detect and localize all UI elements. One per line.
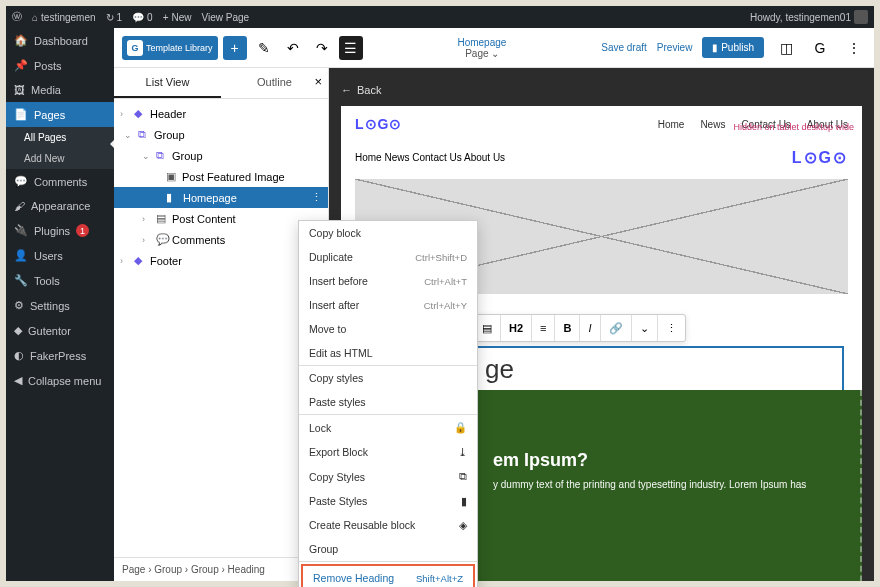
active-menu-pointer (110, 137, 114, 151)
node-comments[interactable]: ›💬Comments (114, 229, 328, 250)
list-view-panel: List View Outline × ›◆Header ⌄⧉Group ⌄⧉G… (114, 68, 329, 581)
ctx-paste-styles[interactable]: Paste styles (299, 390, 477, 414)
comments-count[interactable]: 💬 0 (132, 12, 153, 23)
node-header[interactable]: ›◆Header (114, 103, 328, 124)
menu-comments[interactable]: 💬 Comments (6, 169, 114, 194)
settings-panel-button[interactable]: ◫ (774, 36, 798, 60)
menu-gutentor[interactable]: ◆ Gutentor (6, 318, 114, 343)
site-logo: L⊙G⊙ (355, 116, 402, 132)
menu-pages[interactable]: 📄 Pages (6, 102, 114, 127)
view-page[interactable]: View Page (202, 12, 250, 23)
block-type-icon[interactable]: ▤ (474, 315, 501, 341)
admin-sidebar: 🏠 Dashboard 📌 Posts 🖼 Media 📄 Pages All … (6, 28, 114, 581)
menu-media[interactable]: 🖼 Media (6, 78, 114, 102)
breadcrumb[interactable]: Page › Group › Group › Heading (114, 557, 328, 581)
menu-posts[interactable]: 📌 Posts (6, 53, 114, 78)
chevron-down-icon: ⌄ (491, 48, 499, 59)
site-logo-alt: L⊙G⊙ (792, 148, 848, 167)
node-group[interactable]: ⌄⧉Group (114, 124, 328, 145)
save-draft-button[interactable]: Save draft (601, 42, 647, 53)
menu-dashboard[interactable]: 🏠 Dashboard (6, 28, 114, 53)
preview-button[interactable]: Preview (657, 42, 693, 53)
document-title[interactable]: Homepage (457, 37, 506, 48)
updates[interactable]: ↻ 1 (106, 12, 123, 23)
block-editor: GTemplate Library + ✎ ↶ ↷ ☰ Homepage Pag… (114, 28, 874, 581)
undo-button[interactable]: ↶ (281, 36, 305, 60)
block-options-icon[interactable]: ⋮ (311, 191, 322, 204)
ctx-lock[interactable]: Lock🔒 (299, 415, 477, 440)
more-options-button[interactable]: ⋮ (842, 36, 866, 60)
tab-list-view[interactable]: List View (114, 68, 221, 98)
redo-button[interactable]: ↷ (310, 36, 334, 60)
copy-icon: ⧉ (459, 470, 467, 483)
ctx-edit-html[interactable]: Edit as HTML (299, 341, 477, 365)
menu-appearance[interactable]: 🖌 Appearance (6, 194, 114, 218)
wp-admin-bar: ⓦ ⌂ testingemen ↻ 1 💬 0 + New View Page … (6, 6, 874, 28)
paste-icon: ▮ (461, 495, 467, 507)
italic-button[interactable]: I (580, 315, 600, 341)
new-content[interactable]: + New (163, 12, 192, 23)
back-button[interactable]: ← Back (341, 80, 862, 106)
secondary-nav[interactable]: Home News Contact Us About Us (355, 152, 505, 163)
export-icon: ⤓ (458, 446, 467, 458)
template-library-button[interactable]: GTemplate Library (122, 36, 218, 60)
ctx-insert-before[interactable]: Insert beforeCtrl+Alt+T (299, 269, 477, 293)
add-block-button[interactable]: + (223, 36, 247, 60)
menu-tools[interactable]: 🔧 Tools (6, 268, 114, 293)
ctx-paste-styles-2[interactable]: Paste Styles▮ (299, 489, 477, 513)
section-paragraph: y dummy text of the printing and typeset… (493, 479, 842, 490)
link-button[interactable]: 🔗 (601, 315, 632, 341)
publish-button[interactable]: ▮ Publish (702, 37, 764, 58)
submenu-add-new[interactable]: Add New (6, 148, 114, 169)
ctx-remove-heading[interactable]: Remove HeadingShift+Alt+Z (301, 564, 475, 587)
edit-mode-button[interactable]: ✎ (252, 36, 276, 60)
menu-fakerpress[interactable]: ◐ FakerPress (6, 343, 114, 368)
heading-level[interactable]: H2 (501, 315, 532, 341)
howdy-user[interactable]: Howdy, testingemen01 (750, 10, 868, 24)
collapse-menu[interactable]: ◀ Collapse menu (6, 368, 114, 393)
reusable-icon: ◈ (459, 519, 467, 531)
ctx-copy-styles[interactable]: Copy styles (299, 366, 477, 390)
close-icon[interactable]: × (314, 74, 322, 89)
tab-outline[interactable]: Outline (221, 68, 328, 98)
site-name[interactable]: ⌂ testingemen (32, 12, 96, 23)
ctx-copy-block[interactable]: Copy block (299, 221, 477, 245)
ctx-insert-after[interactable]: Insert afterCtrl+Alt+Y (299, 293, 477, 317)
lock-icon: 🔒 (454, 421, 467, 434)
node-footer[interactable]: ›◆Footer (114, 250, 328, 271)
menu-plugins[interactable]: 🔌 Plugins 1 (6, 218, 114, 243)
menu-settings[interactable]: ⚙ Settings (6, 293, 114, 318)
gutentor-panel-button[interactable]: G (808, 36, 832, 60)
content-section: em Ipsum? y dummy text of the printing a… (473, 390, 862, 581)
node-featured-image[interactable]: ▣Post Featured Image (114, 166, 328, 187)
document-type[interactable]: Page ⌄ (457, 48, 506, 59)
heading-block-selected[interactable]: ge (473, 346, 844, 393)
ctx-copy-styles-2[interactable]: Copy Styles⧉ (299, 464, 477, 489)
editor-topbar: GTemplate Library + ✎ ↶ ↷ ☰ Homepage Pag… (114, 28, 874, 68)
block-toolbar: ▤ H2 ≡ B I 🔗 ⌄ ⋮ (473, 314, 686, 342)
visibility-note: Hidden on tablet desktop wide (733, 122, 854, 132)
ctx-export-block[interactable]: Export Block⤓ (299, 440, 477, 464)
ctx-duplicate[interactable]: DuplicateCtrl+Shift+D (299, 245, 477, 269)
submenu-all-pages[interactable]: All Pages (6, 127, 114, 148)
more-format-button[interactable]: ⌄ (632, 315, 658, 341)
node-post-content[interactable]: ›▤Post Content (114, 208, 328, 229)
ctx-group[interactable]: Group (299, 537, 477, 561)
toolbar-more-icon[interactable]: ⋮ (658, 315, 685, 341)
align-button[interactable]: ≡ (532, 315, 555, 341)
node-homepage-heading[interactable]: ▮Homepage⋮ (114, 187, 328, 208)
section-heading: em Ipsum? (493, 450, 842, 471)
menu-users[interactable]: 👤 Users (6, 243, 114, 268)
list-view-button[interactable]: ☰ (339, 36, 363, 60)
node-group-inner[interactable]: ⌄⧉Group (114, 145, 328, 166)
bold-button[interactable]: B (555, 315, 580, 341)
ctx-move-to[interactable]: Move to (299, 317, 477, 341)
wp-logo[interactable]: ⓦ (12, 10, 22, 24)
block-context-menu: Copy block DuplicateCtrl+Shift+D Insert … (298, 220, 478, 587)
ctx-reusable-block[interactable]: Create Reusable block◈ (299, 513, 477, 537)
